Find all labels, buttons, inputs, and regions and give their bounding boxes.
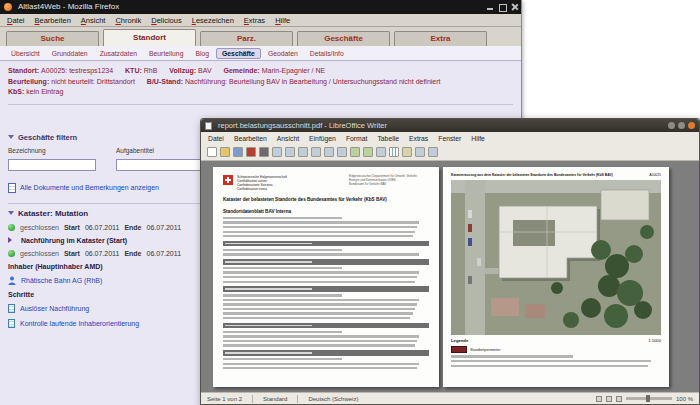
find-icon[interactable] bbox=[402, 147, 412, 157]
aufgabentitel-input[interactable] bbox=[116, 159, 204, 171]
nachfuehrung-link[interactable]: Nachführung im Kataster (Start) bbox=[21, 237, 127, 244]
menu-lesezeichen[interactable]: Lesezeichen bbox=[187, 16, 239, 25]
menu-delicious[interactable]: Delicious bbox=[146, 16, 186, 25]
text-line-skeleton bbox=[223, 312, 413, 314]
minimize-icon[interactable] bbox=[668, 122, 675, 129]
collapse-icon bbox=[8, 135, 14, 139]
zoom-level[interactable]: 100 % bbox=[676, 396, 693, 402]
menu-fenster[interactable]: Fenster bbox=[433, 135, 466, 142]
new-doc-icon[interactable] bbox=[207, 147, 217, 157]
spellcheck-icon[interactable] bbox=[285, 147, 295, 157]
menu-datei[interactable]: Datei bbox=[203, 135, 229, 142]
tab-parz[interactable]: Parz. bbox=[200, 31, 293, 46]
menu-ansicht[interactable]: Ansicht bbox=[76, 16, 111, 25]
page-1: Schweizerische Eidgenossenschaft Confédé… bbox=[213, 167, 439, 387]
table-icon[interactable] bbox=[389, 147, 399, 157]
menu-datei[interactable]: Datei bbox=[2, 16, 30, 25]
menu-hilfe[interactable]: Hilfe bbox=[466, 135, 490, 142]
step2-link[interactable]: Kontrolle laufende Inhaberorientierung bbox=[20, 320, 139, 327]
subtab-blog[interactable]: Blog bbox=[190, 49, 214, 58]
bezeichnung-input[interactable] bbox=[8, 159, 96, 171]
subtab-grunddaten[interactable]: Grunddaten bbox=[47, 49, 93, 58]
text-line-skeleton bbox=[223, 226, 417, 228]
zoom-slider[interactable] bbox=[626, 397, 672, 400]
book-view-icon[interactable] bbox=[616, 396, 622, 402]
document-area[interactable]: Schweizerische Eidgenossenschaft Confédé… bbox=[201, 161, 699, 392]
kataster-section-title: Kataster: Mutation bbox=[18, 209, 88, 218]
legend-item-label: Standortperimeter bbox=[470, 348, 500, 352]
text-line-skeleton bbox=[223, 308, 415, 310]
tab-geschaefte[interactable]: Geschäfte bbox=[297, 31, 390, 46]
minimize-icon[interactable] bbox=[486, 3, 494, 11]
statusbar-page[interactable]: Seite 1 von 2 bbox=[207, 396, 242, 402]
firefox-titlebar[interactable]: Altlast4Web - Mozilla Firefox bbox=[0, 0, 521, 14]
maximize-icon[interactable] bbox=[678, 122, 685, 129]
multi-page-view-icon[interactable] bbox=[606, 396, 612, 402]
print-icon[interactable] bbox=[259, 147, 269, 157]
subtab-geschaefte[interactable]: Geschäfte bbox=[216, 48, 261, 59]
start-date: 06.07.2011 bbox=[85, 250, 120, 257]
menu-hilfe[interactable]: Hilfe bbox=[270, 16, 295, 25]
federal-header: Schweizerische Eidgenossenschaft Confédé… bbox=[223, 175, 429, 191]
text-line-skeleton bbox=[223, 249, 342, 251]
menu-bearbeiten[interactable]: Bearbeiten bbox=[229, 135, 272, 142]
cut-icon[interactable] bbox=[298, 147, 308, 157]
save-icon[interactable] bbox=[233, 147, 243, 157]
hyperlink-icon[interactable] bbox=[376, 147, 386, 157]
status-row: geschlossen Start 06.07.2011 Ende 06.07.… bbox=[8, 250, 208, 257]
menu-einfuegen[interactable]: Einfügen bbox=[304, 135, 341, 142]
text-line-skeleton bbox=[451, 365, 648, 367]
subtab-geodaten[interactable]: Geodaten bbox=[263, 49, 303, 58]
copy-icon[interactable] bbox=[311, 147, 321, 157]
menu-tabelle[interactable]: Tabelle bbox=[372, 135, 404, 142]
footnote-text-block bbox=[451, 355, 661, 367]
tab-extra[interactable]: Extra bbox=[394, 31, 487, 46]
text-line-skeleton bbox=[223, 363, 419, 365]
navigator-icon[interactable] bbox=[415, 147, 425, 157]
value-beurteilung: nicht beurteilt: Drittstandort bbox=[51, 78, 135, 85]
statusbar-separator bbox=[252, 395, 253, 403]
clone-format-icon[interactable] bbox=[337, 147, 347, 157]
menu-extras[interactable]: Extras bbox=[239, 16, 270, 25]
subtab-uebersicht[interactable]: Übersicht bbox=[6, 49, 45, 58]
report-title-line2: Standortdatenblatt BAV Interna bbox=[223, 209, 429, 215]
statusbar-style[interactable]: Standard bbox=[263, 396, 287, 402]
open-icon[interactable] bbox=[220, 147, 230, 157]
export-pdf-icon[interactable] bbox=[246, 147, 256, 157]
zoom-slider-thumb[interactable] bbox=[646, 395, 650, 402]
body-text-block bbox=[223, 331, 429, 347]
writer-titlebar[interactable]: report.belastungsausschnitt.pdf - LibreO… bbox=[201, 119, 699, 132]
statusbar-separator bbox=[297, 395, 298, 403]
tab-standort[interactable]: Standort bbox=[103, 29, 196, 46]
close-icon[interactable] bbox=[510, 3, 518, 11]
text-line-skeleton bbox=[223, 294, 342, 296]
undo-icon[interactable] bbox=[350, 147, 360, 157]
menu-chronik[interactable]: Chronik bbox=[110, 16, 146, 25]
aerial-photo bbox=[451, 180, 661, 335]
paste-icon[interactable] bbox=[324, 147, 334, 157]
subtab-beurteilung[interactable]: Beurteilung bbox=[144, 49, 188, 58]
statusbar-language[interactable]: Deutsch (Schweiz) bbox=[308, 396, 358, 402]
single-page-view-icon[interactable] bbox=[596, 396, 602, 402]
step-row: Kontrolle laufende Inhaberorientierung bbox=[8, 319, 208, 328]
maximize-icon[interactable] bbox=[498, 3, 506, 11]
zoom-icon[interactable] bbox=[428, 147, 438, 157]
text-line-skeleton bbox=[223, 331, 342, 333]
step1-link[interactable]: Auslöser Nachführung bbox=[20, 305, 89, 312]
body-text-block bbox=[223, 358, 429, 370]
text-line-skeleton bbox=[223, 253, 419, 255]
menu-extras[interactable]: Extras bbox=[404, 135, 433, 142]
tab-suche[interactable]: Suche bbox=[6, 31, 99, 46]
owner-link[interactable]: Rhätische Bahn AG (RhB) bbox=[21, 277, 102, 284]
subtab-details-info[interactable]: Details/Info bbox=[305, 49, 349, 58]
all-documents-link[interactable]: Alle Dokumente und Bemerkungen anzeigen bbox=[20, 184, 159, 191]
menu-bearbeiten[interactable]: Bearbeiten bbox=[30, 16, 76, 25]
expand-icon[interactable] bbox=[8, 237, 12, 243]
menu-ansicht[interactable]: Ansicht bbox=[272, 135, 304, 142]
subtab-zusatzdaten[interactable]: Zusatzdaten bbox=[95, 49, 142, 58]
writer-window-controls bbox=[668, 122, 695, 129]
menu-format[interactable]: Format bbox=[341, 135, 373, 142]
print-preview-icon[interactable] bbox=[272, 147, 282, 157]
redo-icon[interactable] bbox=[363, 147, 373, 157]
close-icon[interactable] bbox=[688, 122, 695, 129]
